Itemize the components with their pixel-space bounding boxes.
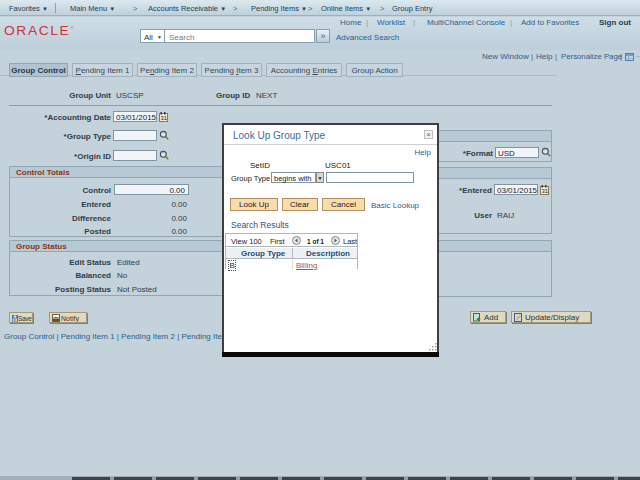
svg-text:31: 31 — [542, 188, 549, 194]
svg-text:31: 31 — [161, 115, 168, 121]
